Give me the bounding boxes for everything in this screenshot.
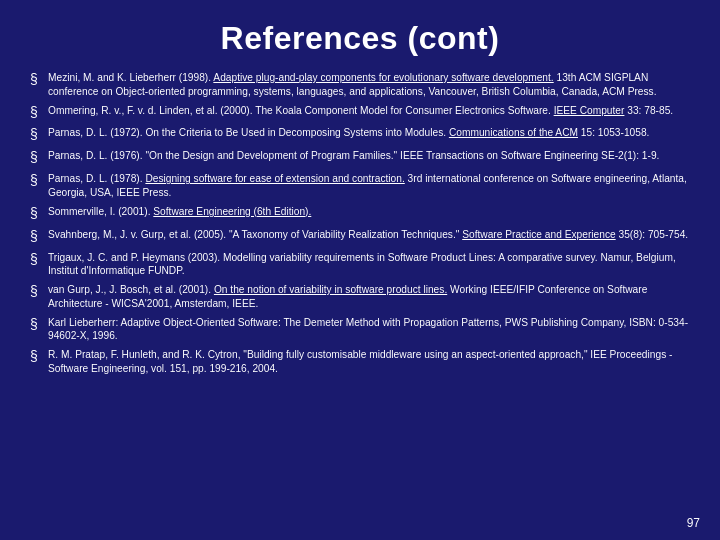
bullet-icon: § [30, 227, 44, 246]
bullet-icon: § [30, 204, 44, 223]
reference-text: Mezini, M. and K. Lieberherr (1998). Ada… [48, 71, 690, 99]
slide: References (cont) § Mezini, M. and K. Li… [0, 0, 720, 540]
bullet-icon: § [30, 125, 44, 144]
reference-text: Sommerville, I. (2001). Software Enginee… [48, 205, 690, 219]
bullet-icon: § [30, 347, 44, 366]
reference-text: Parnas, D. L. (1978). Designing software… [48, 172, 690, 200]
bullet-icon: § [30, 282, 44, 301]
list-item: § Trigaux, J. C. and P. Heymans (2003). … [30, 251, 690, 279]
reference-text: van Gurp, J., J. Bosch, et al. (2001). O… [48, 283, 690, 311]
reference-text: Parnas, D. L. (1976). "On the Design and… [48, 149, 690, 163]
list-item: § Parnas, D. L. (1976). "On the Design a… [30, 149, 690, 167]
list-item: § Parnas, D. L. (1978). Designing softwa… [30, 172, 690, 200]
bullet-icon: § [30, 103, 44, 122]
list-item: § Sommerville, I. (2001). Software Engin… [30, 205, 690, 223]
list-item: § Karl Lieberherr: Adaptive Object-Orien… [30, 316, 690, 344]
page-number: 97 [687, 516, 700, 530]
reference-text: Parnas, D. L. (1972). On the Criteria to… [48, 126, 690, 140]
bullet-icon: § [30, 250, 44, 269]
references-list: § Mezini, M. and K. Lieberherr (1998). A… [30, 71, 690, 376]
list-item: § van Gurp, J., J. Bosch, et al. (2001).… [30, 283, 690, 311]
list-item: § Parnas, D. L. (1972). On the Criteria … [30, 126, 690, 144]
list-item: § Ommering, R. v., F. v. d. Linden, et a… [30, 104, 690, 122]
bullet-icon: § [30, 70, 44, 89]
list-item: § Mezini, M. and K. Lieberherr (1998). A… [30, 71, 690, 99]
slide-title: References (cont) [30, 20, 690, 57]
bullet-icon: § [30, 171, 44, 190]
reference-text: R. M. Pratap, F. Hunleth, and R. K. Cytr… [48, 348, 690, 376]
list-item: § Svahnberg, M., J. v. Gurp, et al. (200… [30, 228, 690, 246]
reference-text: Svahnberg, M., J. v. Gurp, et al. (2005)… [48, 228, 690, 242]
reference-text: Trigaux, J. C. and P. Heymans (2003). Mo… [48, 251, 690, 279]
reference-text: Ommering, R. v., F. v. d. Linden, et al.… [48, 104, 690, 118]
list-item: § R. M. Pratap, F. Hunleth, and R. K. Cy… [30, 348, 690, 376]
bullet-icon: § [30, 148, 44, 167]
bullet-icon: § [30, 315, 44, 334]
reference-text: Karl Lieberherr: Adaptive Object-Oriente… [48, 316, 690, 344]
